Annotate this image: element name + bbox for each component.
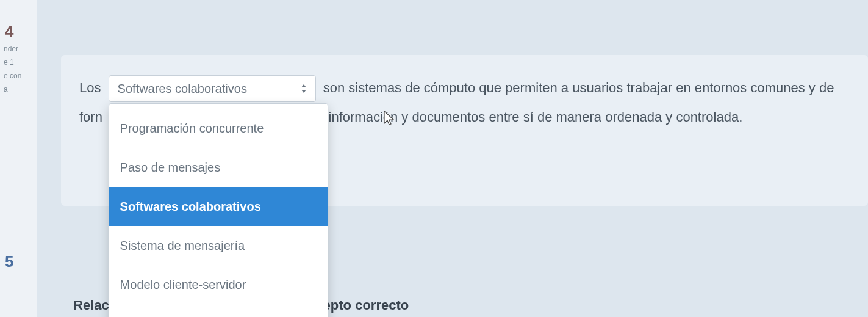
dropdown-option-1[interactable]: Paso de mensajes — [109, 148, 328, 187]
dropdown-option-0[interactable]: Programación concurrente — [109, 109, 328, 148]
svg-marker-1 — [301, 90, 306, 93]
dropdown-option-3[interactable]: Sistema de mensajería — [109, 226, 328, 265]
question-card: Los Softwares colaborativos Programación… — [61, 55, 868, 206]
answer-dropdown-menu: Programación concurrente Paso de mensaje… — [109, 103, 328, 317]
question-text-line2b: n información y documentos entre sí de m… — [317, 109, 742, 125]
sidebar-line-3: a — [4, 85, 33, 93]
question-text-line2a: forn — [79, 109, 102, 125]
question-number-5[interactable]: 5 — [5, 252, 33, 271]
sidebar: 4 nder e 1 e con a 5 — [0, 0, 37, 317]
question-text-after-1: son sistemas de cómputo que permiten a u… — [323, 80, 834, 95]
question-number-4[interactable]: 4 — [5, 22, 33, 41]
dropdown-option-4[interactable]: Modelo cliente-servidor — [109, 265, 328, 304]
dropdown-caret-icon — [301, 84, 307, 93]
dropdown-selected-label: Softwares colaborativos — [118, 75, 247, 102]
dropdown-option-2[interactable]: Softwares colaborativos — [109, 187, 328, 226]
sidebar-line-2: e con — [4, 71, 33, 80]
svg-marker-0 — [301, 84, 306, 87]
question-lead: Los — [79, 80, 101, 95]
answer-dropdown-wrap: Softwares colaborativos Programación con… — [109, 75, 316, 102]
answer-dropdown[interactable]: Softwares colaborativos — [109, 75, 316, 102]
sidebar-line-1: e 1 — [4, 58, 33, 67]
dropdown-option-5[interactable]: Agente móvil — [109, 304, 328, 317]
sidebar-sub-4: nder — [4, 45, 33, 53]
